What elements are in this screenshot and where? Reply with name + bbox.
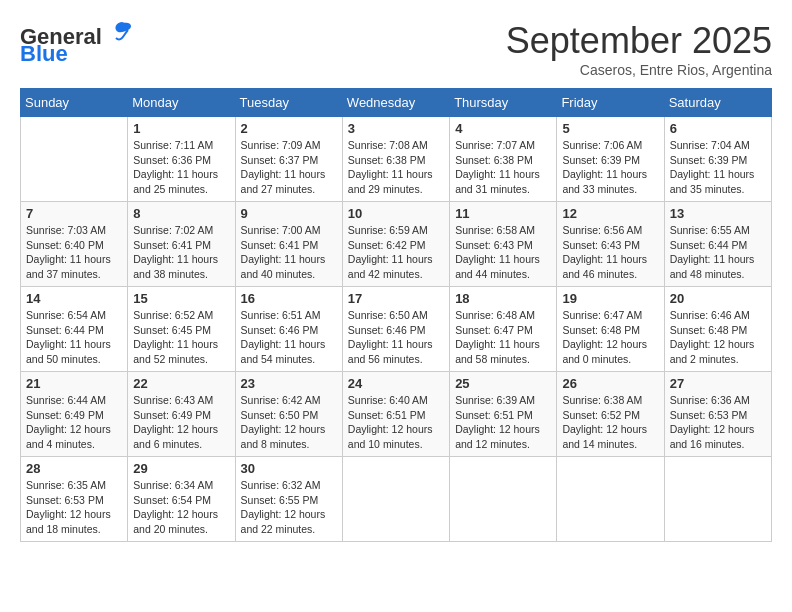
header-day-monday: Monday [128, 89, 235, 117]
day-number: 30 [241, 461, 337, 476]
title-section: September 2025 Caseros, Entre Rios, Arge… [506, 20, 772, 78]
calendar-cell: 23Sunrise: 6:42 AMSunset: 6:50 PMDayligh… [235, 372, 342, 457]
calendar-cell: 17Sunrise: 6:50 AMSunset: 6:46 PMDayligh… [342, 287, 449, 372]
calendar-cell: 6Sunrise: 7:04 AMSunset: 6:39 PMDaylight… [664, 117, 771, 202]
header-day-thursday: Thursday [450, 89, 557, 117]
day-number: 6 [670, 121, 766, 136]
day-number: 17 [348, 291, 444, 306]
logo: General Blue [20, 20, 134, 67]
day-number: 7 [26, 206, 122, 221]
calendar-cell: 26Sunrise: 6:38 AMSunset: 6:52 PMDayligh… [557, 372, 664, 457]
calendar-cell: 8Sunrise: 7:02 AMSunset: 6:41 PMDaylight… [128, 202, 235, 287]
day-number: 11 [455, 206, 551, 221]
day-info: Sunrise: 6:56 AMSunset: 6:43 PMDaylight:… [562, 223, 658, 282]
calendar-cell: 16Sunrise: 6:51 AMSunset: 6:46 PMDayligh… [235, 287, 342, 372]
location-subtitle: Caseros, Entre Rios, Argentina [506, 62, 772, 78]
day-number: 24 [348, 376, 444, 391]
day-info: Sunrise: 6:52 AMSunset: 6:45 PMDaylight:… [133, 308, 229, 367]
day-info: Sunrise: 6:35 AMSunset: 6:53 PMDaylight:… [26, 478, 122, 537]
calendar-cell: 2Sunrise: 7:09 AMSunset: 6:37 PMDaylight… [235, 117, 342, 202]
header-day-saturday: Saturday [664, 89, 771, 117]
calendar-body: 1Sunrise: 7:11 AMSunset: 6:36 PMDaylight… [21, 117, 772, 542]
calendar-cell: 19Sunrise: 6:47 AMSunset: 6:48 PMDayligh… [557, 287, 664, 372]
day-info: Sunrise: 7:02 AMSunset: 6:41 PMDaylight:… [133, 223, 229, 282]
day-info: Sunrise: 7:03 AMSunset: 6:40 PMDaylight:… [26, 223, 122, 282]
day-number: 18 [455, 291, 551, 306]
day-info: Sunrise: 6:34 AMSunset: 6:54 PMDaylight:… [133, 478, 229, 537]
day-info: Sunrise: 6:32 AMSunset: 6:55 PMDaylight:… [241, 478, 337, 537]
day-info: Sunrise: 6:54 AMSunset: 6:44 PMDaylight:… [26, 308, 122, 367]
calendar-cell [21, 117, 128, 202]
day-info: Sunrise: 6:55 AMSunset: 6:44 PMDaylight:… [670, 223, 766, 282]
calendar-cell: 13Sunrise: 6:55 AMSunset: 6:44 PMDayligh… [664, 202, 771, 287]
calendar-cell: 3Sunrise: 7:08 AMSunset: 6:38 PMDaylight… [342, 117, 449, 202]
calendar-cell: 1Sunrise: 7:11 AMSunset: 6:36 PMDaylight… [128, 117, 235, 202]
day-number: 10 [348, 206, 444, 221]
day-info: Sunrise: 6:42 AMSunset: 6:50 PMDaylight:… [241, 393, 337, 452]
month-title: September 2025 [506, 20, 772, 62]
day-number: 12 [562, 206, 658, 221]
calendar-cell: 14Sunrise: 6:54 AMSunset: 6:44 PMDayligh… [21, 287, 128, 372]
day-info: Sunrise: 6:44 AMSunset: 6:49 PMDaylight:… [26, 393, 122, 452]
calendar-cell: 27Sunrise: 6:36 AMSunset: 6:53 PMDayligh… [664, 372, 771, 457]
calendar-cell: 28Sunrise: 6:35 AMSunset: 6:53 PMDayligh… [21, 457, 128, 542]
header-day-tuesday: Tuesday [235, 89, 342, 117]
day-number: 23 [241, 376, 337, 391]
calendar-cell: 22Sunrise: 6:43 AMSunset: 6:49 PMDayligh… [128, 372, 235, 457]
day-info: Sunrise: 7:07 AMSunset: 6:38 PMDaylight:… [455, 138, 551, 197]
day-info: Sunrise: 7:06 AMSunset: 6:39 PMDaylight:… [562, 138, 658, 197]
calendar-cell: 4Sunrise: 7:07 AMSunset: 6:38 PMDaylight… [450, 117, 557, 202]
day-info: Sunrise: 6:36 AMSunset: 6:53 PMDaylight:… [670, 393, 766, 452]
day-info: Sunrise: 6:40 AMSunset: 6:51 PMDaylight:… [348, 393, 444, 452]
calendar-cell [450, 457, 557, 542]
calendar-cell [557, 457, 664, 542]
header-day-friday: Friday [557, 89, 664, 117]
day-info: Sunrise: 7:04 AMSunset: 6:39 PMDaylight:… [670, 138, 766, 197]
calendar-cell: 11Sunrise: 6:58 AMSunset: 6:43 PMDayligh… [450, 202, 557, 287]
logo-bird-icon [110, 20, 134, 44]
day-number: 19 [562, 291, 658, 306]
calendar-cell: 20Sunrise: 6:46 AMSunset: 6:48 PMDayligh… [664, 287, 771, 372]
calendar-cell: 30Sunrise: 6:32 AMSunset: 6:55 PMDayligh… [235, 457, 342, 542]
calendar-cell: 15Sunrise: 6:52 AMSunset: 6:45 PMDayligh… [128, 287, 235, 372]
calendar-cell [342, 457, 449, 542]
calendar-table: SundayMondayTuesdayWednesdayThursdayFrid… [20, 88, 772, 542]
day-number: 20 [670, 291, 766, 306]
day-number: 14 [26, 291, 122, 306]
day-number: 9 [241, 206, 337, 221]
day-info: Sunrise: 6:48 AMSunset: 6:47 PMDaylight:… [455, 308, 551, 367]
day-number: 22 [133, 376, 229, 391]
calendar-week-row: 7Sunrise: 7:03 AMSunset: 6:40 PMDaylight… [21, 202, 772, 287]
day-info: Sunrise: 6:50 AMSunset: 6:46 PMDaylight:… [348, 308, 444, 367]
day-number: 29 [133, 461, 229, 476]
calendar-cell: 5Sunrise: 7:06 AMSunset: 6:39 PMDaylight… [557, 117, 664, 202]
day-number: 21 [26, 376, 122, 391]
calendar-week-row: 21Sunrise: 6:44 AMSunset: 6:49 PMDayligh… [21, 372, 772, 457]
day-info: Sunrise: 6:38 AMSunset: 6:52 PMDaylight:… [562, 393, 658, 452]
calendar-week-row: 28Sunrise: 6:35 AMSunset: 6:53 PMDayligh… [21, 457, 772, 542]
day-number: 1 [133, 121, 229, 136]
day-info: Sunrise: 7:11 AMSunset: 6:36 PMDaylight:… [133, 138, 229, 197]
calendar-cell: 24Sunrise: 6:40 AMSunset: 6:51 PMDayligh… [342, 372, 449, 457]
calendar-week-row: 1Sunrise: 7:11 AMSunset: 6:36 PMDaylight… [21, 117, 772, 202]
day-info: Sunrise: 7:09 AMSunset: 6:37 PMDaylight:… [241, 138, 337, 197]
day-number: 8 [133, 206, 229, 221]
calendar-cell: 21Sunrise: 6:44 AMSunset: 6:49 PMDayligh… [21, 372, 128, 457]
calendar-cell: 25Sunrise: 6:39 AMSunset: 6:51 PMDayligh… [450, 372, 557, 457]
day-number: 27 [670, 376, 766, 391]
day-info: Sunrise: 6:58 AMSunset: 6:43 PMDaylight:… [455, 223, 551, 282]
day-info: Sunrise: 7:00 AMSunset: 6:41 PMDaylight:… [241, 223, 337, 282]
calendar-cell: 12Sunrise: 6:56 AMSunset: 6:43 PMDayligh… [557, 202, 664, 287]
calendar-cell: 29Sunrise: 6:34 AMSunset: 6:54 PMDayligh… [128, 457, 235, 542]
day-info: Sunrise: 6:51 AMSunset: 6:46 PMDaylight:… [241, 308, 337, 367]
day-number: 2 [241, 121, 337, 136]
day-info: Sunrise: 7:08 AMSunset: 6:38 PMDaylight:… [348, 138, 444, 197]
day-info: Sunrise: 6:46 AMSunset: 6:48 PMDaylight:… [670, 308, 766, 367]
day-number: 28 [26, 461, 122, 476]
day-number: 16 [241, 291, 337, 306]
calendar-cell [664, 457, 771, 542]
header-row: SundayMondayTuesdayWednesdayThursdayFrid… [21, 89, 772, 117]
calendar-cell: 9Sunrise: 7:00 AMSunset: 6:41 PMDaylight… [235, 202, 342, 287]
calendar-cell: 18Sunrise: 6:48 AMSunset: 6:47 PMDayligh… [450, 287, 557, 372]
header-day-sunday: Sunday [21, 89, 128, 117]
